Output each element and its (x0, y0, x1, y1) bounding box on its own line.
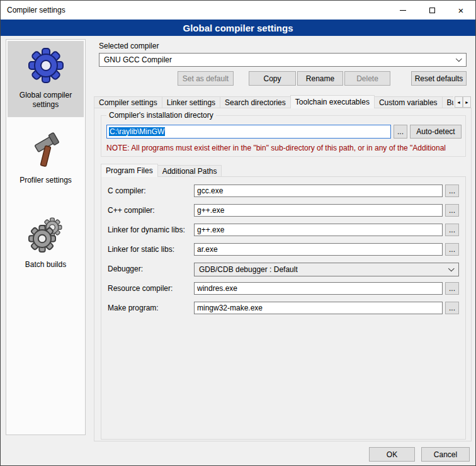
sidebar-item-batch-builds[interactable]: Batch builds (8, 210, 84, 277)
set-as-default-button[interactable]: Set as default (178, 71, 234, 86)
caption-buttons: × (388, 1, 475, 20)
subtab-program-files[interactable]: Program Files (101, 164, 158, 177)
installation-directory-groupbox: Compiler's installation directory C:\ray… (101, 115, 466, 157)
arrow-left-icon: ◄ (456, 100, 461, 105)
reset-defaults-button[interactable]: Reset defaults (411, 71, 467, 86)
installation-directory-input[interactable]: C:\raylib\MinGW (106, 125, 391, 139)
tab-build-options[interactable]: Buil (442, 96, 453, 108)
c-compiler-input[interactable] (194, 185, 443, 197)
c-compiler-label: C compiler: (108, 186, 146, 195)
static-linker-input[interactable] (194, 243, 443, 256)
sidebar-item-label: Batch builds (25, 260, 66, 270)
sidebar-item-global-compiler-settings[interactable]: Global compiler settings (8, 41, 84, 117)
close-button[interactable]: × (446, 1, 475, 20)
cpp-compiler-browse-button[interactable]: ... (445, 204, 459, 217)
selected-compiler-value: GNU GCC Compiler (104, 55, 172, 64)
delete-button[interactable]: Delete (344, 71, 390, 86)
tab-search-directories[interactable]: Search directories (220, 96, 291, 108)
sidebar-item-profiler-settings[interactable]: Profiler settings (8, 126, 84, 193)
installation-note-text: NOTE: All programs must exist either in … (106, 144, 465, 152)
batch-builds-icon (27, 215, 65, 254)
auto-detect-button[interactable]: Auto-detect (410, 125, 462, 139)
arrow-right-icon: ► (465, 100, 469, 105)
make-program-browse-button[interactable]: ... (445, 302, 459, 314)
tab-custom-variables[interactable]: Custom variables (374, 96, 443, 108)
static-linker-label: Linker for static libs: (108, 245, 174, 254)
tab-linker-settings[interactable]: Linker settings (162, 96, 220, 108)
installation-directory-value: C:\raylib\MinGW (109, 127, 165, 136)
dialog-header-title: Global compiler settings (183, 23, 293, 33)
debugger-label: Debugger: (108, 264, 143, 273)
copy-button[interactable]: Copy (249, 71, 296, 86)
make-program-label: Make program: (108, 304, 159, 312)
tab-scroll-right-button[interactable]: ► (463, 96, 471, 108)
profiler-icon (27, 131, 65, 170)
compiler-settings-dialog: Compiler settings × Global compiler sett… (0, 0, 476, 466)
debugger-value: GDB/CDB debugger : Default (199, 265, 298, 274)
minimize-icon (400, 10, 406, 11)
make-program-input[interactable] (194, 302, 443, 314)
global-compiler-gear-icon (27, 46, 65, 85)
debugger-dropdown[interactable]: GDB/CDB debugger : Default (194, 263, 459, 276)
resource-compiler-label: Resource compiler: (108, 284, 173, 293)
settings-category-sidebar: Global compiler settings Profiler settin… (6, 39, 86, 435)
titlebar: Compiler settings × (1, 1, 475, 20)
sidebar-item-label: Global compiler settings (10, 91, 81, 110)
maximize-icon (429, 8, 435, 13)
chevron-down-icon (448, 265, 455, 271)
resource-compiler-browse-button[interactable]: ... (445, 282, 459, 295)
selected-compiler-dropdown[interactable]: GNU GCC Compiler (99, 53, 467, 67)
cancel-button[interactable]: Cancel (421, 447, 470, 462)
settings-tab-strip: Compiler settings Linker settings Search… (94, 95, 453, 108)
toolchain-subtab-strip: Program Files Additional Paths (101, 164, 222, 177)
window-title: Compiler settings (1, 6, 65, 14)
close-icon: × (458, 6, 464, 15)
sidebar-item-label: Profiler settings (20, 176, 72, 185)
tab-toolchain-executables[interactable]: Toolchain executables (290, 95, 375, 108)
selected-compiler-label: Selected compiler (99, 42, 159, 50)
cpp-compiler-label: C++ compiler: (108, 206, 155, 215)
dynamic-linker-input[interactable] (194, 224, 443, 236)
chevron-down-icon (456, 55, 462, 62)
tab-scroll-left-button[interactable]: ◄ (455, 96, 463, 108)
installation-directory-browse-button[interactable]: ... (394, 125, 407, 139)
installation-directory-label: Compiler's installation directory (106, 111, 216, 120)
c-compiler-browse-button[interactable]: ... (445, 185, 459, 197)
cpp-compiler-input[interactable] (194, 204, 443, 217)
ok-button[interactable]: OK (369, 447, 415, 462)
minimize-button[interactable] (388, 1, 417, 20)
program-files-panel: C compiler: ... C++ compiler: ... Linker… (101, 176, 466, 440)
dialog-header: Global compiler settings (1, 20, 475, 36)
rename-button[interactable]: Rename (297, 71, 343, 86)
tab-compiler-settings[interactable]: Compiler settings (94, 96, 162, 108)
subtab-additional-paths[interactable]: Additional Paths (157, 165, 222, 177)
maximize-button[interactable] (417, 1, 446, 20)
dynamic-linker-browse-button[interactable]: ... (445, 224, 459, 236)
resource-compiler-input[interactable] (194, 282, 443, 295)
toolchain-executables-panel: Compiler's installation directory C:\ray… (94, 108, 472, 441)
dynamic-linker-label: Linker for dynamic libs: (108, 225, 185, 234)
static-linker-browse-button[interactable]: ... (445, 243, 459, 256)
